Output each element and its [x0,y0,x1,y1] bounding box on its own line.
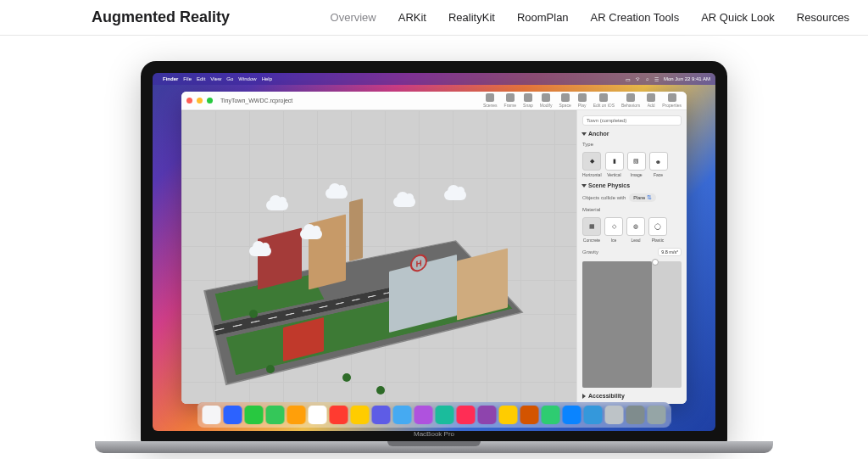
modify-icon [542,93,550,102]
menu-file[interactable]: File [183,76,192,81]
nav-arkit[interactable]: ARKit [398,11,426,24]
dock-app-icon[interactable] [203,406,221,424]
cloud-icon [249,246,271,256]
dock-app-icon[interactable] [245,406,264,424]
anchor-vertical-button[interactable]: ▮Vertical [605,152,624,177]
material-label: Material [582,207,682,212]
anchor-horizontal-button[interactable]: ◆Horizontal [582,152,602,177]
nav-overview[interactable]: Overview [331,11,376,24]
battery-icon[interactable]: ▭ [626,76,631,82]
space-icon [561,93,570,102]
nav-roomplan[interactable]: RoomPlan [517,11,569,24]
macos-menubar: Finder File Edit View Go Window Help ▭ ᯤ… [153,73,715,85]
toolbar-add-button[interactable]: Add [647,93,655,108]
physics-section-header[interactable]: Scene Physics [582,182,682,188]
search-icon[interactable]: ⌕ [646,76,649,81]
dock-app-icon[interactable] [372,406,391,424]
device-icon [599,93,608,102]
laptop-label: MacBook Pro [414,430,454,438]
toolbar: Scenes Frame Snap Modify Space Play Edit… [483,93,682,108]
vertical-plane-icon: ▮ [605,152,624,171]
frame-icon [506,93,515,102]
dock-app-icon[interactable] [626,406,645,424]
dock-app-icon[interactable] [499,406,518,424]
scene-name-field[interactable]: Town (completed) [582,115,682,126]
inspector-panel: Town (completed) Anchor Type ◆Horizontal… [576,110,687,404]
behaviors-icon [626,93,635,102]
wifi-icon[interactable]: ᯤ [636,76,641,81]
traffic-light-minimize-icon[interactable] [197,98,203,104]
toolbar-scenes-button[interactable]: Scenes [483,93,498,108]
building-tan [457,249,508,321]
accessibility-section-header[interactable]: Accessibility [582,393,682,399]
dock-app-icon[interactable] [648,406,666,424]
dock-app-icon[interactable] [330,406,348,424]
dock-app-icon[interactable] [605,406,624,424]
tree-icon [249,310,258,318]
gravity-label: Gravity [582,249,598,255]
scene-canvas[interactable]: H [181,110,576,404]
menubar-app-name[interactable]: Finder [163,76,178,81]
toolbar-edit-on-ios-button[interactable]: Edit on iOS [593,93,615,108]
collide-popup[interactable]: Plane⇅ [629,193,656,202]
material-concrete-button[interactable]: ▦Concrete [582,217,601,243]
menu-help[interactable]: Help [262,76,272,81]
anchor-face-button[interactable]: ☻Face [649,152,668,177]
nav-ar-quick-look[interactable]: AR Quick Look [701,11,775,24]
slider-track-fill [582,261,652,388]
dock-app-icon[interactable] [520,406,539,424]
control-center-icon[interactable]: ☰ [654,76,659,82]
dock-app-icon[interactable] [266,406,285,424]
toolbar-snap-button[interactable]: Snap [523,93,533,108]
dock-app-icon[interactable] [309,406,327,424]
cloud-icon [266,200,288,210]
page-title: Augmented Reality [92,8,230,26]
nav-resources[interactable]: Resources [797,11,849,24]
plastic-icon: ◯ [648,217,667,236]
gravity-value-field[interactable]: 9.8 m/s² [658,248,682,256]
nav-realitykit[interactable]: RealityKit [448,11,495,24]
laptop-notch [387,441,481,446]
dock-app-icon[interactable] [415,406,433,424]
dock-app-icon[interactable] [287,406,306,424]
material-lead-button[interactable]: ◍Lead [626,217,645,243]
dock-app-icon[interactable] [351,406,370,424]
toolbar-play-button[interactable]: Play [578,93,587,108]
anchor-image-button[interactable]: ▧Image [627,152,646,177]
dock-app-icon[interactable] [393,406,412,424]
app-body: H [181,110,687,404]
dock-app-icon[interactable] [224,406,242,424]
concrete-icon: ▦ [582,217,601,236]
dock-app-icon[interactable] [563,406,581,424]
dock-app-icon[interactable] [584,406,603,424]
menu-go[interactable]: Go [226,76,233,81]
material-plastic-button[interactable]: ◯Plastic [648,217,667,243]
toolbar-behaviors-button[interactable]: Behaviors [621,93,640,108]
slider-thumb-icon[interactable] [652,259,659,266]
dock-app-icon[interactable] [436,406,454,424]
dock-app-icon[interactable] [542,406,560,424]
traffic-light-close-icon[interactable] [186,98,192,104]
toolbar-modify-button[interactable]: Modify [540,93,553,108]
menu-window[interactable]: Window [238,76,256,81]
toolbar-space-button[interactable]: Space [559,93,570,108]
window-title: TinyTown_WWDC.rcproject [220,98,292,104]
cloud-icon [393,197,415,207]
toolbar-properties-button[interactable]: Properties [662,93,682,108]
dock-app-icon[interactable] [478,406,497,424]
material-ice-button[interactable]: ◇Ice [604,217,623,243]
menubar-clock[interactable]: Mon Jun 22 9:41 AM [664,76,710,81]
menu-edit[interactable]: Edit [197,76,205,81]
dock-app-icon[interactable] [457,406,476,424]
disclosure-triangle-icon [581,184,587,188]
subnav: Overview ARKit RealityKit RoomPlan AR Cr… [331,11,849,24]
nav-ar-creation-tools[interactable]: AR Creation Tools [591,11,680,24]
toolbar-frame-button[interactable]: Frame [504,93,516,108]
popup-arrows-icon: ⇅ [647,194,652,201]
anchor-type-tiles: ◆Horizontal ▮Vertical ▧Image ☻Face [582,152,682,177]
traffic-light-zoom-icon[interactable] [207,98,213,104]
anchor-section-header[interactable]: Anchor [582,131,682,137]
menu-view[interactable]: View [210,76,221,81]
gravity-slider[interactable] [582,261,682,388]
lead-icon: ◍ [626,217,645,236]
